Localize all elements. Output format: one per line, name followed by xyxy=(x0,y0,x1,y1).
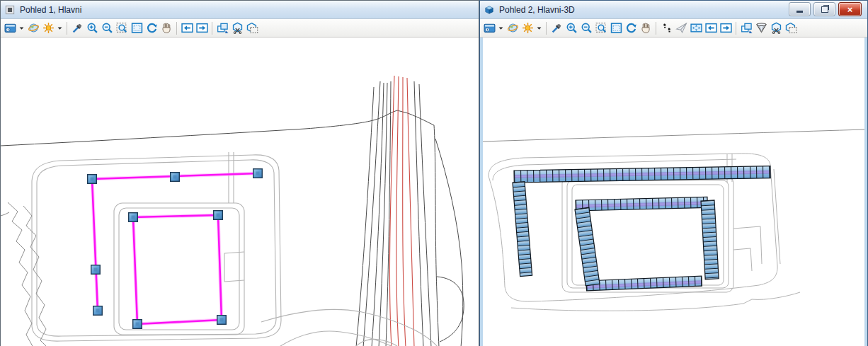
fence-rect-right[interactable] xyxy=(701,200,719,279)
update-view-brush-icon xyxy=(72,22,84,34)
rotate-view-button[interactable] xyxy=(624,21,638,35)
copy-view-button[interactable] xyxy=(739,21,753,35)
view-display-mode-caret[interactable] xyxy=(18,21,25,35)
view-attributes-button[interactable] xyxy=(26,21,40,35)
road-red-lines xyxy=(389,76,414,346)
selected-rectangle[interactable] xyxy=(133,215,222,324)
window-area-button[interactable] xyxy=(115,21,129,35)
toolbar-separator xyxy=(212,22,212,35)
view-window-2: Pohled 2, Hlavni-3D × xyxy=(479,0,868,346)
clip-volume-button[interactable] xyxy=(230,21,244,35)
view-display-mode-caret[interactable] xyxy=(497,21,505,35)
zoom-in-icon xyxy=(566,22,578,34)
clip-volume-funnel-icon xyxy=(755,22,767,34)
zoom-out-button[interactable] xyxy=(100,21,114,35)
restore-icon xyxy=(821,6,828,13)
brightness-caret[interactable] xyxy=(535,21,543,35)
pan-view-button[interactable] xyxy=(639,21,653,35)
window-area-icon xyxy=(116,22,128,34)
brightness-sun-icon xyxy=(522,22,534,34)
clip-volume-scissors-icon xyxy=(232,22,244,34)
adjust-brightness-button[interactable] xyxy=(41,21,55,35)
window1-title: Pohled 1, Hlavni xyxy=(20,5,81,15)
view1-drawing-area[interactable] xyxy=(1,38,479,346)
copy-view-button[interactable] xyxy=(215,21,229,35)
minimize-icon xyxy=(796,11,803,13)
clip-volume-button[interactable] xyxy=(754,21,768,35)
view-display-mode-icon xyxy=(484,22,496,34)
view-attributes-button[interactable] xyxy=(506,21,520,35)
rotate-view-icon xyxy=(146,22,158,34)
brightness-sun-icon xyxy=(42,22,55,34)
toolbar-separator xyxy=(736,22,736,35)
site-3d-view xyxy=(483,38,864,346)
stream-lines xyxy=(1,202,47,346)
toolbar-separator xyxy=(546,22,547,35)
clip-mask-button[interactable] xyxy=(769,21,783,35)
close-button[interactable]: × xyxy=(838,2,862,16)
zoom-out-icon xyxy=(581,22,593,34)
pan-hand-icon xyxy=(161,22,173,34)
minimize-button[interactable] xyxy=(789,2,811,16)
view-next-button[interactable] xyxy=(719,21,733,35)
apply-clip-button[interactable] xyxy=(784,21,798,35)
view-2d-icon xyxy=(5,5,15,15)
zoom-in-button[interactable] xyxy=(85,21,99,35)
fit-view-button[interactable] xyxy=(130,21,144,35)
view-display-mode-button[interactable] xyxy=(3,21,17,35)
chevron-down-icon xyxy=(498,25,504,31)
fence-rect-left[interactable] xyxy=(575,207,600,286)
update-view-button[interactable] xyxy=(70,21,84,35)
chevron-down-icon xyxy=(57,25,63,31)
copy-view-icon xyxy=(741,22,753,34)
restore-button[interactable] xyxy=(813,2,835,16)
view-display-mode-icon xyxy=(4,22,16,34)
clip-mask-button[interactable] xyxy=(245,21,259,35)
view-previous-button[interactable] xyxy=(180,21,194,35)
view-window-1: Pohled 1, Hlavni xyxy=(0,0,479,346)
brightness-caret[interactable] xyxy=(56,21,64,35)
view-next-icon xyxy=(196,22,208,34)
pan-view-button[interactable] xyxy=(159,21,173,35)
chevron-down-icon xyxy=(536,25,542,31)
selected-fence-geometry[interactable] xyxy=(92,173,258,324)
window-controls: × xyxy=(789,2,862,16)
view-display-mode-button[interactable] xyxy=(482,21,496,35)
pan-hand-icon xyxy=(640,22,652,34)
adjust-brightness-button[interactable] xyxy=(520,21,535,35)
walk-footprints-icon xyxy=(661,22,673,34)
zoom-in-button[interactable] xyxy=(564,21,578,35)
toolbar-separator xyxy=(176,22,177,35)
apply-clip-icon xyxy=(785,22,797,34)
site-plan-2d xyxy=(1,38,479,346)
view-previous-button[interactable] xyxy=(704,21,718,35)
view-attributes-icon xyxy=(507,22,519,34)
fit-view-button[interactable] xyxy=(609,21,623,35)
view2-drawing-area[interactable] xyxy=(480,38,867,346)
walk-button[interactable] xyxy=(659,21,673,35)
toolbar-separator xyxy=(67,22,67,35)
clip-mask-icon xyxy=(246,22,258,34)
window2-titlebar[interactable]: Pohled 2, Hlavni-3D × xyxy=(480,1,867,19)
fence-rect-top[interactable] xyxy=(576,197,707,211)
toolbar-separator xyxy=(656,22,656,35)
update-view-button[interactable] xyxy=(549,21,564,35)
view-next-icon xyxy=(720,22,732,34)
rotate-view-button[interactable] xyxy=(144,21,159,35)
window-area-icon xyxy=(595,22,607,34)
view-previous-icon xyxy=(181,22,193,34)
fit-view-icon xyxy=(131,22,143,34)
terrain-lines xyxy=(1,81,464,346)
fly-button[interactable] xyxy=(674,21,688,35)
fit-view-icon xyxy=(610,22,622,34)
chevron-down-icon xyxy=(18,25,25,31)
fence-run-left-column[interactable] xyxy=(513,182,532,277)
view-next-button[interactable] xyxy=(195,21,209,35)
window-area-button[interactable] xyxy=(594,21,608,35)
fence-rect-bottom[interactable] xyxy=(586,276,702,291)
zoom-out-button[interactable] xyxy=(579,21,593,35)
navigate-view-button[interactable] xyxy=(689,21,703,35)
copy-view-icon xyxy=(217,22,229,34)
window1-titlebar[interactable]: Pohled 1, Hlavni xyxy=(1,1,479,19)
selected-l-polyline[interactable] xyxy=(92,173,258,311)
